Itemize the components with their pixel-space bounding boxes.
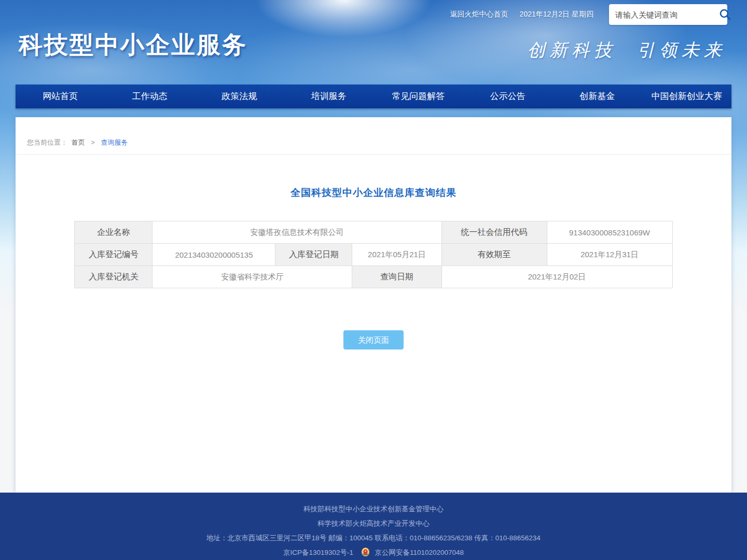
- current-date: 2021年12月2日 星期四: [520, 10, 593, 19]
- site-title: 科技型中小企业服务: [19, 29, 247, 61]
- query-result-table: 企业名称 安徽塔孜信息技术有限公司 统一社会信用代码 9134030008523…: [74, 221, 672, 288]
- main-nav: 网站首页 工作动态 政策法规 培训服务 常见问题解答 公示公告 创新基金 中国创…: [16, 85, 731, 108]
- breadcrumb-separator: >: [91, 138, 95, 146]
- query-date-label: 查询日期: [352, 266, 441, 288]
- table-row: 企业名称 安徽塔孜信息技术有限公司 统一社会信用代码 9134030008523…: [75, 221, 672, 244]
- footer-org-line2: 科学技术部火炬高技术产业开发中心: [0, 516, 747, 531]
- table-row: 入库登记机关 安徽省科学技术厅 查询日期 2021年12月02日: [75, 266, 672, 288]
- footer-org-line1: 科技部科技型中小企业技术创新基金管理中心: [0, 502, 747, 516]
- nav-item-competition[interactable]: 中国创新创业大赛: [642, 85, 732, 108]
- breadcrumb-current-link[interactable]: 查询服务: [101, 138, 128, 146]
- table-row: 入库登记编号 202134030200005135 入库登记日期 2021年05…: [75, 244, 672, 266]
- nav-item-training[interactable]: 培训服务: [284, 85, 374, 108]
- company-name-value: 安徽塔孜信息技术有限公司: [153, 221, 441, 244]
- close-page-button[interactable]: 关闭页面: [343, 330, 404, 349]
- police-filing-link[interactable]: 京公网安备11010202007048: [375, 549, 464, 556]
- registration-no-label: 入库登记编号: [75, 244, 153, 266]
- nav-item-announcements[interactable]: 公示公告: [463, 85, 553, 108]
- breadcrumb-prefix: 您当前位置：: [27, 138, 67, 146]
- valid-until-value: 2021年12月31日: [547, 244, 672, 266]
- registration-authority-label: 入库登记机关: [75, 266, 153, 288]
- police-badge-icon: [361, 547, 370, 557]
- query-date-value: 2021年12月02日: [441, 266, 672, 288]
- search-icon[interactable]: [718, 8, 732, 21]
- breadcrumb-home-link[interactable]: 首页: [72, 138, 85, 146]
- site-slogan: 创新科技 引领未来: [527, 38, 726, 62]
- valid-until-label: 有效期至: [441, 244, 547, 266]
- registration-date-value: 2021年05月21日: [352, 244, 441, 266]
- nav-item-faq[interactable]: 常见问题解答: [374, 85, 463, 108]
- close-button-container: 关闭页面: [16, 330, 731, 349]
- topbar: 返回火炬中心首页 2021年12月2日 星期四: [0, 0, 747, 29]
- content-panel: 您当前位置： 首页 > 查询服务 全国科技型中小企业信息库查询结果 企业名称 安…: [16, 117, 731, 493]
- header: 科技型中小企业服务 创新科技 引领未来: [0, 29, 747, 80]
- footer: 科技部科技型中小企业技术创新基金管理中心 科学技术部火炬高技术产业开发中心 地址…: [0, 493, 747, 560]
- nav-item-policies[interactable]: 政策法规: [195, 85, 284, 108]
- company-name-label: 企业名称: [75, 221, 153, 244]
- torch-center-home-link[interactable]: 返回火炬中心首页: [450, 10, 508, 19]
- registration-authority-value: 安徽省科学技术厅: [153, 266, 352, 288]
- nav-item-home[interactable]: 网站首页: [16, 85, 105, 108]
- credit-code-value: 91340300085231069W: [547, 221, 672, 244]
- search-input[interactable]: [615, 10, 718, 19]
- footer-contact-line: 地址：北京市西城区三里河二区甲18号 邮编：100045 联系电话：010-88…: [0, 531, 747, 545]
- registration-no-value: 202134030200005135: [153, 244, 275, 266]
- breadcrumb: 您当前位置： 首页 > 查询服务: [16, 117, 731, 155]
- icp-filing-link[interactable]: 京ICP备13019302号-1: [283, 549, 353, 556]
- credit-code-label: 统一社会信用代码: [441, 221, 547, 244]
- nav-item-work-news[interactable]: 工作动态: [105, 85, 195, 108]
- footer-filing-line: 京ICP备13019302号-1 京公网安备11010202007048: [0, 545, 747, 560]
- search-box: [609, 4, 727, 25]
- page-title: 全国科技型中小企业信息库查询结果: [16, 187, 731, 199]
- registration-date-label: 入库登记日期: [275, 244, 352, 266]
- nav-item-innovation-fund[interactable]: 创新基金: [552, 85, 642, 108]
